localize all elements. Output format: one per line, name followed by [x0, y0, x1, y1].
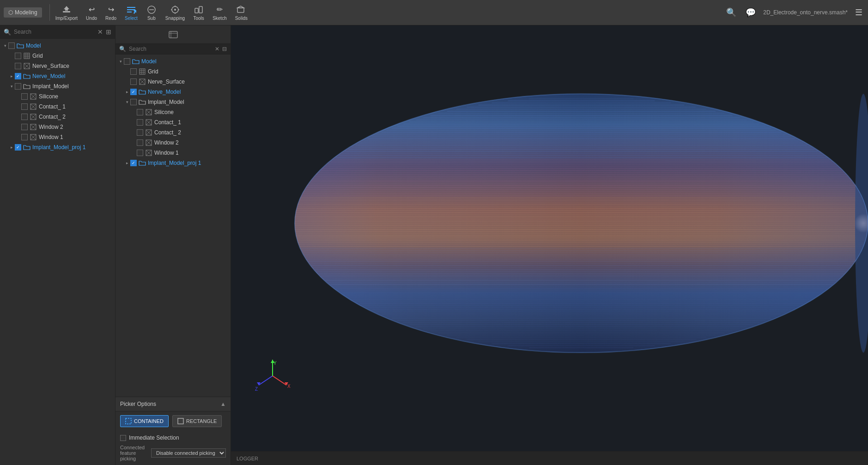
contained-icon [125, 418, 132, 424]
left-search-clear[interactable]: ✕ [97, 28, 103, 36]
middle-tree: ▾ModelGridNerve_Surface▸Nerve_Model▾Impl… [115, 54, 231, 397]
tree-checkbox[interactable] [21, 134, 28, 140]
tree-icon-grid [23, 52, 30, 60]
tree-icon-folder [23, 83, 30, 90]
sketch-btn[interactable]: ✏ Sketch [209, 3, 231, 23]
tree-item[interactable]: Contact_ 1 [115, 117, 231, 127]
tree-label: Nerve_Model [32, 73, 65, 79]
connected-picking-select[interactable]: Disable connected picking Enable connect… [151, 448, 226, 458]
redo-btn[interactable]: ↪ Redo [102, 3, 120, 23]
solids-btn[interactable]: Solids [231, 3, 251, 23]
connected-label: Connected feature picking [120, 445, 151, 461]
axis-indicator: Y X Z [254, 357, 291, 396]
menu-btn[interactable]: ☰ [853, 6, 864, 19]
tree-checkbox[interactable] [21, 124, 28, 130]
tree-item[interactable]: ▾Model [115, 56, 231, 66]
tree-item[interactable]: ▸Nerve_Model [0, 71, 115, 81]
tree-arrow: ▾ [124, 99, 130, 105]
tree-checkbox[interactable] [137, 119, 143, 126]
left-tree: ▾ModelGridNerve_Surface▸Nerve_Model▾Impl… [0, 39, 115, 465]
imp-export-btn[interactable]: Imp/Export [52, 3, 81, 23]
messages-btn[interactable]: 💬 [744, 6, 758, 19]
svg-rect-68 [178, 418, 183, 424]
tree-item[interactable]: Nerve_Surface [0, 61, 115, 71]
undo-btn[interactable]: ↩ Undo [82, 3, 101, 23]
tree-checkbox[interactable] [15, 63, 21, 69]
tree-arrow [124, 79, 130, 85]
middle-search-bar: 🔍 ✕ ⊟ [115, 44, 231, 54]
middle-panel-collapse[interactable]: ⊟ [222, 46, 227, 52]
picker-options-body: Immediate Selection Connected feature pi… [115, 431, 231, 465]
toolbar-group-main: Imp/Export ↩ Undo ↪ Redo Select Sub Sna [52, 3, 251, 23]
picker-collapse-btn[interactable]: ▲ [220, 401, 226, 407]
tree-item[interactable]: ▸Implant_Model_proj 1 [0, 142, 115, 152]
tree-checkbox[interactable] [15, 53, 21, 59]
tree-item[interactable]: Contact_ 2 [115, 127, 231, 138]
tree-label: Nerve_Surface [32, 63, 69, 69]
tree-item[interactable]: ▾Implant_Model [115, 97, 231, 107]
select-btn[interactable]: Select [121, 3, 141, 23]
tree-item[interactable]: Window 2 [0, 122, 115, 132]
tree-item[interactable]: Grid [0, 51, 115, 61]
tree-arrow [15, 134, 21, 140]
app-button[interactable]: ⬡ Modeling [4, 7, 42, 18]
tree-icon-folder [23, 144, 30, 151]
viewport-canvas[interactable] [231, 25, 868, 465]
tree-checkbox[interactable] [15, 144, 21, 151]
middle-search-input[interactable] [129, 46, 212, 52]
middle-search-clear[interactable]: ✕ [215, 46, 219, 52]
tree-checkbox[interactable] [21, 114, 28, 120]
tools-btn[interactable]: Tools [189, 3, 208, 23]
tree-item[interactable]: ▸Nerve_Model [115, 87, 231, 97]
tree-item[interactable]: Window 1 [0, 132, 115, 142]
tree-arrow: ▸ [124, 160, 130, 166]
picker-rectangle-btn[interactable]: RECTANGLE [172, 415, 222, 427]
tree-item[interactable]: Nerve_Surface [115, 77, 231, 87]
snapping-btn[interactable]: Snapping [162, 3, 188, 23]
tree-checkbox[interactable] [15, 83, 21, 90]
tree-label: Window 2 [39, 124, 63, 130]
tree-item[interactable]: Grid [115, 66, 231, 77]
search-toolbar-btn[interactable]: 🔍 [724, 6, 738, 19]
tree-item[interactable]: ▸Implant_Model_proj 1 [115, 158, 231, 168]
tree-checkbox[interactable] [130, 160, 137, 166]
tree-checkbox[interactable] [137, 129, 143, 136]
logger-label: LOGGER [237, 456, 258, 461]
tree-checkbox[interactable] [21, 93, 28, 100]
tree-checkbox[interactable] [21, 103, 28, 110]
tree-checkbox[interactable] [124, 58, 130, 65]
solids-icon [236, 5, 246, 15]
left-search-input[interactable] [14, 29, 95, 35]
tree-checkbox[interactable] [130, 68, 137, 75]
connected-picking-row: Connected feature picking Disable connec… [120, 445, 226, 461]
tree-checkbox[interactable] [137, 139, 143, 146]
svg-point-9 [174, 9, 176, 11]
tree-item[interactable]: ▾Model [0, 41, 115, 51]
tree-item[interactable]: Silicone [115, 107, 231, 117]
tree-checkbox[interactable] [130, 79, 137, 85]
picker-contained-btn[interactable]: CONTAINED [120, 415, 169, 427]
tree-icon-folder [132, 58, 140, 65]
tree-item[interactable]: ▾Implant_Model [0, 81, 115, 91]
tree-item[interactable]: Window 1 [115, 148, 231, 158]
tree-checkbox[interactable] [137, 109, 143, 115]
tree-checkbox[interactable] [8, 42, 15, 49]
tree-item[interactable]: Contact_ 2 [0, 112, 115, 122]
immediate-selection-label: Immediate Selection [129, 435, 179, 441]
svg-rect-67 [126, 418, 131, 424]
tree-checkbox[interactable] [137, 150, 143, 156]
tree-item[interactable]: Contact_ 1 [0, 102, 115, 112]
tree-checkbox[interactable] [130, 99, 137, 105]
logger-bar: LOGGER [231, 451, 868, 465]
tree-icon-folder [139, 159, 146, 167]
tree-item[interactable]: Window 2 [115, 138, 231, 148]
tree-checkbox[interactable] [15, 73, 21, 79]
tree-label: Contact_ 2 [154, 129, 181, 136]
tree-item[interactable]: Silicone [0, 91, 115, 102]
left-panel-options[interactable]: ⊞ [106, 28, 111, 36]
middle-search-icon: 🔍 [119, 46, 126, 52]
tree-checkbox[interactable] [130, 89, 137, 95]
sub-btn[interactable]: Sub [142, 3, 161, 23]
immediate-selection-checkbox[interactable] [120, 435, 126, 441]
picker-title: Picker Options [120, 401, 156, 407]
